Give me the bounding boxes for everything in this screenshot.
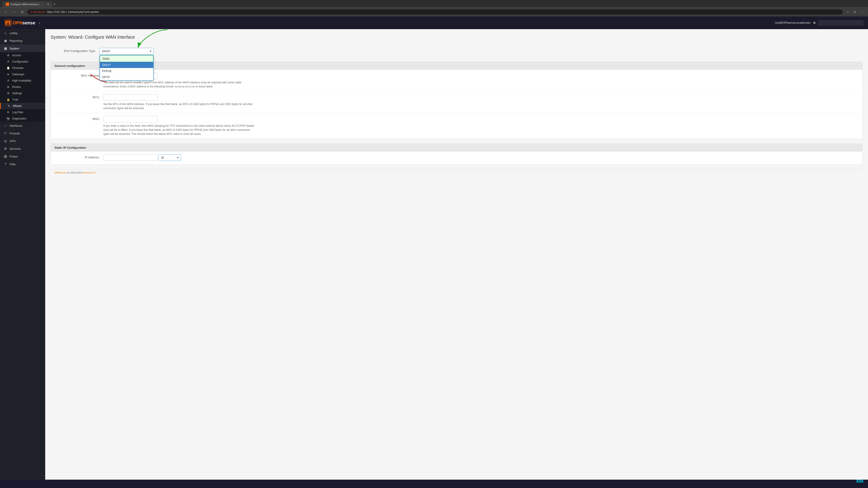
tab-bar: Configure WAN Interface | Wi... ✕ + — [0, 0, 868, 7]
sidebar-item-settings[interactable]: ⚙ Settings — [0, 90, 45, 96]
mss-input[interactable] — [103, 116, 158, 123]
mac-address-row: MAC Address: This field can be used to m… — [51, 70, 862, 92]
layout: ⌂ Lobby ▣ Reporting ▦ System ⚙ Access ↺ … — [0, 29, 868, 480]
address-bar: ⚠ Not secure https://192.168.1.1/wizard.… — [27, 9, 843, 14]
search-input[interactable] — [818, 20, 864, 26]
sidebar-item-help[interactable]: ? Help — [0, 160, 45, 168]
static-ip-section: Static IP Configuration IP Address: 32 3… — [51, 143, 863, 165]
ipv4-config-row: IPv4 Configuration Type: — [51, 45, 863, 57]
forward-button[interactable]: → — [11, 9, 17, 15]
sidebar-item-high-availability[interactable]: ↺ High Availability — [0, 77, 45, 84]
home-icon: ⌂ — [4, 31, 7, 35]
mac-address-hint: This field can be used to modify ("spoof… — [103, 80, 257, 89]
sidebar-item-diagnostics[interactable]: 📷 Diagnostics — [0, 116, 45, 122]
vpn-icon: ◎ — [4, 139, 7, 143]
sidebar-item-label: VPN — [9, 139, 16, 143]
back-button[interactable]: ← — [3, 9, 9, 15]
static-ip-header: Static IP Configuration — [51, 144, 862, 152]
sidebar-item-label: Reporting — [9, 39, 22, 42]
sidebar: ⌂ Lobby ▣ Reporting ▦ System ⚙ Access ↺ … — [0, 29, 45, 480]
system-submenu: ⚙ Access ↺ Configuration 📋 Firmware ➤ Ga… — [0, 52, 45, 122]
ip-address-control: 32 31 30 29 28 24 16 8 ▼ — [103, 154, 859, 162]
menu-button[interactable]: ⋮ — [859, 9, 865, 15]
nav-actions: ☆ A ⋮ — [844, 9, 865, 15]
sidebar-item-firmware[interactable]: 📋 Firmware — [0, 65, 45, 71]
ipv4-type-select[interactable]: DHCP Static PPPoE PPTP — [99, 48, 154, 55]
app: OPNsense ‹ root@OPNsense.localdomain ⌂ L… — [0, 17, 868, 480]
mss-hint: If you enter a value in this field, then… — [103, 124, 257, 136]
sidebar-item-wizard[interactable]: ✎ Wizard — [0, 103, 45, 109]
sidebar-item-routes[interactable]: ⊕ Routes — [0, 84, 45, 90]
sidebar-item-trust[interactable]: 🔒 Trust — [0, 96, 45, 103]
dropdown-item-pptp[interactable]: PPTP — [100, 74, 153, 80]
sidebar-item-reporting[interactable]: ▣ Reporting — [0, 37, 45, 44]
not-secure-indicator: ⚠ Not secure — [30, 11, 45, 13]
status-indicator — [813, 22, 815, 24]
subnet-select[interactable]: 32 31 30 29 28 24 16 8 — [158, 154, 181, 161]
subnet-select-wrap: 32 31 30 29 28 24 16 8 ▼ — [158, 154, 181, 161]
mtu-hint: Set the MTU of the WAN interface. If you… — [103, 102, 257, 110]
system-icon: ▦ — [4, 46, 7, 50]
sidebar-item-lobby[interactable]: ⌂ Lobby — [0, 29, 45, 37]
new-tab-button[interactable]: + — [53, 2, 56, 7]
firewall-icon: 🛡 — [4, 131, 7, 135]
general-config-header: General configuration — [51, 62, 862, 70]
browser-tab[interactable]: Configure WAN Interface | Wi... ✕ — [3, 1, 53, 7]
sidebar-item-vpn[interactable]: ◎ VPN — [0, 137, 45, 145]
ipv4-config-label: IPv4 Configuration Type: — [51, 48, 96, 53]
dropdown-item-pppoe[interactable]: PPPoE — [100, 68, 153, 74]
ha-icon: ↺ — [6, 79, 10, 82]
general-config-section: General configuration — [51, 62, 863, 139]
diagnostics-icon: 📷 — [6, 117, 10, 120]
sidebar-collapse-button[interactable]: ‹ — [39, 21, 40, 25]
sidebar-item-label: High Availability — [12, 79, 31, 82]
sidebar-item-services[interactable]: ⚙ Services — [0, 145, 45, 153]
logo: OPNsense — [4, 19, 35, 26]
gateways-icon: ➤ — [6, 73, 10, 76]
bookmark-button[interactable]: ☆ — [844, 9, 851, 15]
mtu-row: MTU: Set the MTU of the WAN interface. I… — [51, 92, 862, 113]
sidebar-item-label: Firmware — [12, 66, 24, 70]
sidebar-item-log-files[interactable]: 👁 Log Files — [0, 109, 45, 116]
sidebar-item-label: Lobby — [9, 31, 18, 35]
mac-address-control: This field can be used to modify ("spoof… — [103, 72, 859, 89]
log-icon: 👁 — [6, 111, 10, 114]
sidebar-item-gateways[interactable]: ➤ Gateways — [0, 71, 45, 77]
sidebar-item-label: Log Files — [12, 111, 23, 114]
dropdown-item-dhcp[interactable]: DHCP — [100, 62, 153, 68]
logo-sense: sense — [22, 20, 35, 25]
mac-address-label: MAC Address: — [55, 72, 100, 77]
profile-button[interactable]: A — [852, 9, 858, 15]
sidebar-item-label: Firewall — [9, 132, 20, 135]
mss-row: MSS: If you enter a value in this field,… — [51, 113, 862, 139]
opnsense-link[interactable]: OPNsense — [54, 171, 66, 174]
dropdown-item-static[interactable]: Static — [100, 55, 153, 62]
reload-button[interactable]: ↻ — [19, 9, 25, 15]
settings-icon: ⚙ — [6, 92, 10, 95]
sidebar-item-system[interactable]: ▦ System — [0, 44, 45, 52]
svg-rect-2 — [7, 21, 8, 23]
ipv4-select-wrap: DHCP Static PPPoE PPTP ▼ Static DHCP PPP… — [99, 48, 154, 55]
page-title: System: Wizard: Configure WAN Interface — [51, 35, 863, 40]
ip-address-input[interactable] — [103, 154, 158, 161]
url-display[interactable]: https://192.168.1.1/wizard.php?xml=syste… — [47, 10, 840, 13]
sidebar-item-label: Gateways — [12, 73, 24, 76]
app-header: OPNsense ‹ root@OPNsense.localdomain — [0, 17, 868, 29]
deciso-link[interactable]: Deciso B.V. — [83, 171, 96, 174]
sidebar-item-access[interactable]: ⚙ Access — [0, 52, 45, 59]
mtu-control: Set the MTU of the WAN interface. If you… — [103, 94, 859, 110]
sidebar-item-label: Access — [12, 54, 21, 57]
sidebar-item-interfaces[interactable]: ↔ Interfaces — [0, 122, 45, 129]
sidebar-item-power[interactable]: ⏻ Power — [0, 153, 45, 160]
sidebar-item-configuration[interactable]: ↺ Configuration — [0, 59, 45, 65]
sidebar-item-firewall[interactable]: 🛡 Firewall — [0, 129, 45, 137]
sidebar-item-label: Settings — [12, 92, 22, 95]
main-content: System: Wizard: Configure WAN Interface … — [45, 29, 868, 480]
mss-label: MSS: — [55, 116, 100, 121]
mtu-input[interactable] — [103, 94, 158, 101]
sidebar-item-label: Configuration — [12, 60, 28, 63]
tab-close-button[interactable]: ✕ — [47, 3, 49, 6]
help-icon: ? — [4, 162, 7, 166]
tab-favicon — [6, 3, 9, 6]
sidebar-item-label: Diagnostics — [12, 117, 26, 120]
